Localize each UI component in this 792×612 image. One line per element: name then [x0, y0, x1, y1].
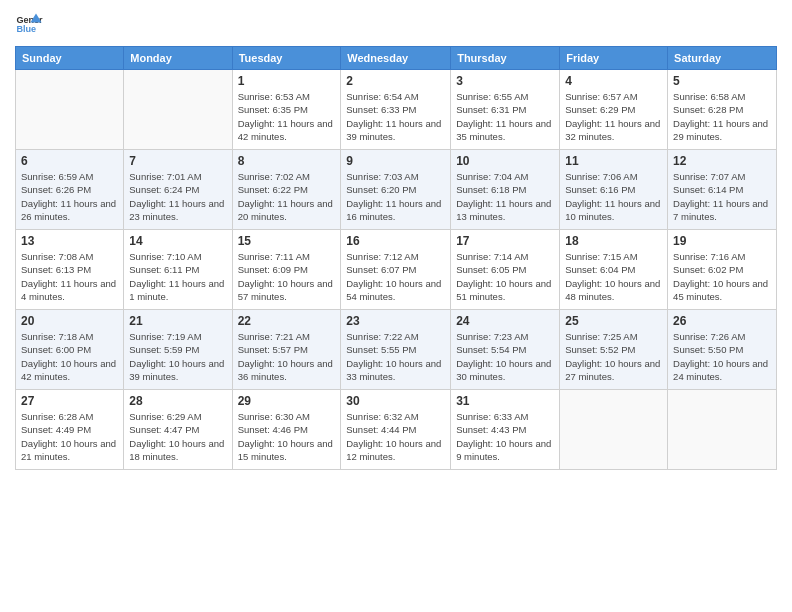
calendar-cell: 23Sunrise: 7:22 AM Sunset: 5:55 PM Dayli…	[341, 310, 451, 390]
calendar-week-row: 6Sunrise: 6:59 AM Sunset: 6:26 PM Daylig…	[16, 150, 777, 230]
day-number: 13	[21, 234, 118, 248]
calendar-day-header: Wednesday	[341, 47, 451, 70]
calendar-week-row: 1Sunrise: 6:53 AM Sunset: 6:35 PM Daylig…	[16, 70, 777, 150]
day-number: 8	[238, 154, 336, 168]
calendar-cell: 19Sunrise: 7:16 AM Sunset: 6:02 PM Dayli…	[668, 230, 777, 310]
calendar-cell: 4Sunrise: 6:57 AM Sunset: 6:29 PM Daylig…	[560, 70, 668, 150]
day-info: Sunrise: 6:33 AM Sunset: 4:43 PM Dayligh…	[456, 410, 554, 463]
day-info: Sunrise: 7:12 AM Sunset: 6:07 PM Dayligh…	[346, 250, 445, 303]
day-info: Sunrise: 7:11 AM Sunset: 6:09 PM Dayligh…	[238, 250, 336, 303]
day-number: 5	[673, 74, 771, 88]
day-number: 6	[21, 154, 118, 168]
day-info: Sunrise: 6:54 AM Sunset: 6:33 PM Dayligh…	[346, 90, 445, 143]
day-number: 20	[21, 314, 118, 328]
day-number: 4	[565, 74, 662, 88]
calendar-cell: 3Sunrise: 6:55 AM Sunset: 6:31 PM Daylig…	[451, 70, 560, 150]
calendar-header-row: SundayMondayTuesdayWednesdayThursdayFrid…	[16, 47, 777, 70]
day-number: 1	[238, 74, 336, 88]
day-number: 21	[129, 314, 226, 328]
calendar-table: SundayMondayTuesdayWednesdayThursdayFrid…	[15, 46, 777, 470]
calendar-cell: 7Sunrise: 7:01 AM Sunset: 6:24 PM Daylig…	[124, 150, 232, 230]
day-info: Sunrise: 7:23 AM Sunset: 5:54 PM Dayligh…	[456, 330, 554, 383]
day-info: Sunrise: 7:18 AM Sunset: 6:00 PM Dayligh…	[21, 330, 118, 383]
day-number: 23	[346, 314, 445, 328]
day-number: 2	[346, 74, 445, 88]
calendar-cell: 26Sunrise: 7:26 AM Sunset: 5:50 PM Dayli…	[668, 310, 777, 390]
day-info: Sunrise: 6:59 AM Sunset: 6:26 PM Dayligh…	[21, 170, 118, 223]
calendar-cell: 10Sunrise: 7:04 AM Sunset: 6:18 PM Dayli…	[451, 150, 560, 230]
calendar-day-header: Sunday	[16, 47, 124, 70]
calendar-cell: 1Sunrise: 6:53 AM Sunset: 6:35 PM Daylig…	[232, 70, 341, 150]
day-info: Sunrise: 6:53 AM Sunset: 6:35 PM Dayligh…	[238, 90, 336, 143]
day-number: 12	[673, 154, 771, 168]
svg-text:Blue: Blue	[16, 24, 36, 34]
day-info: Sunrise: 7:03 AM Sunset: 6:20 PM Dayligh…	[346, 170, 445, 223]
day-info: Sunrise: 7:25 AM Sunset: 5:52 PM Dayligh…	[565, 330, 662, 383]
day-info: Sunrise: 6:30 AM Sunset: 4:46 PM Dayligh…	[238, 410, 336, 463]
calendar-cell: 13Sunrise: 7:08 AM Sunset: 6:13 PM Dayli…	[16, 230, 124, 310]
day-number: 17	[456, 234, 554, 248]
calendar-week-row: 13Sunrise: 7:08 AM Sunset: 6:13 PM Dayli…	[16, 230, 777, 310]
day-info: Sunrise: 6:55 AM Sunset: 6:31 PM Dayligh…	[456, 90, 554, 143]
day-number: 15	[238, 234, 336, 248]
day-info: Sunrise: 6:58 AM Sunset: 6:28 PM Dayligh…	[673, 90, 771, 143]
calendar-cell: 30Sunrise: 6:32 AM Sunset: 4:44 PM Dayli…	[341, 390, 451, 470]
day-number: 29	[238, 394, 336, 408]
day-number: 25	[565, 314, 662, 328]
day-number: 11	[565, 154, 662, 168]
day-number: 3	[456, 74, 554, 88]
day-number: 26	[673, 314, 771, 328]
day-number: 31	[456, 394, 554, 408]
calendar-cell: 11Sunrise: 7:06 AM Sunset: 6:16 PM Dayli…	[560, 150, 668, 230]
calendar-cell: 24Sunrise: 7:23 AM Sunset: 5:54 PM Dayli…	[451, 310, 560, 390]
day-number: 7	[129, 154, 226, 168]
day-number: 27	[21, 394, 118, 408]
day-info: Sunrise: 7:01 AM Sunset: 6:24 PM Dayligh…	[129, 170, 226, 223]
calendar-cell: 8Sunrise: 7:02 AM Sunset: 6:22 PM Daylig…	[232, 150, 341, 230]
day-info: Sunrise: 7:15 AM Sunset: 6:04 PM Dayligh…	[565, 250, 662, 303]
calendar-cell: 27Sunrise: 6:28 AM Sunset: 4:49 PM Dayli…	[16, 390, 124, 470]
day-info: Sunrise: 7:22 AM Sunset: 5:55 PM Dayligh…	[346, 330, 445, 383]
header: General Blue	[15, 10, 777, 38]
calendar-day-header: Thursday	[451, 47, 560, 70]
calendar-cell: 25Sunrise: 7:25 AM Sunset: 5:52 PM Dayli…	[560, 310, 668, 390]
calendar-cell: 18Sunrise: 7:15 AM Sunset: 6:04 PM Dayli…	[560, 230, 668, 310]
calendar-day-header: Friday	[560, 47, 668, 70]
day-number: 16	[346, 234, 445, 248]
calendar-cell: 28Sunrise: 6:29 AM Sunset: 4:47 PM Dayli…	[124, 390, 232, 470]
calendar-week-row: 27Sunrise: 6:28 AM Sunset: 4:49 PM Dayli…	[16, 390, 777, 470]
day-info: Sunrise: 7:16 AM Sunset: 6:02 PM Dayligh…	[673, 250, 771, 303]
calendar-cell	[560, 390, 668, 470]
day-info: Sunrise: 6:57 AM Sunset: 6:29 PM Dayligh…	[565, 90, 662, 143]
day-number: 30	[346, 394, 445, 408]
day-number: 19	[673, 234, 771, 248]
calendar-day-header: Saturday	[668, 47, 777, 70]
calendar-cell	[668, 390, 777, 470]
calendar-cell: 2Sunrise: 6:54 AM Sunset: 6:33 PM Daylig…	[341, 70, 451, 150]
day-number: 10	[456, 154, 554, 168]
calendar-week-row: 20Sunrise: 7:18 AM Sunset: 6:00 PM Dayli…	[16, 310, 777, 390]
day-info: Sunrise: 7:04 AM Sunset: 6:18 PM Dayligh…	[456, 170, 554, 223]
logo-icon: General Blue	[15, 10, 43, 38]
day-number: 14	[129, 234, 226, 248]
day-number: 22	[238, 314, 336, 328]
calendar-day-header: Monday	[124, 47, 232, 70]
calendar-cell: 20Sunrise: 7:18 AM Sunset: 6:00 PM Dayli…	[16, 310, 124, 390]
page: General Blue SundayMondayTuesdayWednesda…	[0, 0, 792, 612]
calendar-cell: 15Sunrise: 7:11 AM Sunset: 6:09 PM Dayli…	[232, 230, 341, 310]
calendar-cell: 6Sunrise: 6:59 AM Sunset: 6:26 PM Daylig…	[16, 150, 124, 230]
calendar-cell: 17Sunrise: 7:14 AM Sunset: 6:05 PM Dayli…	[451, 230, 560, 310]
day-info: Sunrise: 7:19 AM Sunset: 5:59 PM Dayligh…	[129, 330, 226, 383]
day-info: Sunrise: 7:10 AM Sunset: 6:11 PM Dayligh…	[129, 250, 226, 303]
day-info: Sunrise: 7:26 AM Sunset: 5:50 PM Dayligh…	[673, 330, 771, 383]
day-number: 9	[346, 154, 445, 168]
day-info: Sunrise: 6:29 AM Sunset: 4:47 PM Dayligh…	[129, 410, 226, 463]
day-info: Sunrise: 6:28 AM Sunset: 4:49 PM Dayligh…	[21, 410, 118, 463]
calendar-cell: 5Sunrise: 6:58 AM Sunset: 6:28 PM Daylig…	[668, 70, 777, 150]
calendar-cell: 9Sunrise: 7:03 AM Sunset: 6:20 PM Daylig…	[341, 150, 451, 230]
day-info: Sunrise: 7:07 AM Sunset: 6:14 PM Dayligh…	[673, 170, 771, 223]
day-number: 28	[129, 394, 226, 408]
day-number: 24	[456, 314, 554, 328]
calendar-cell	[16, 70, 124, 150]
day-info: Sunrise: 7:21 AM Sunset: 5:57 PM Dayligh…	[238, 330, 336, 383]
